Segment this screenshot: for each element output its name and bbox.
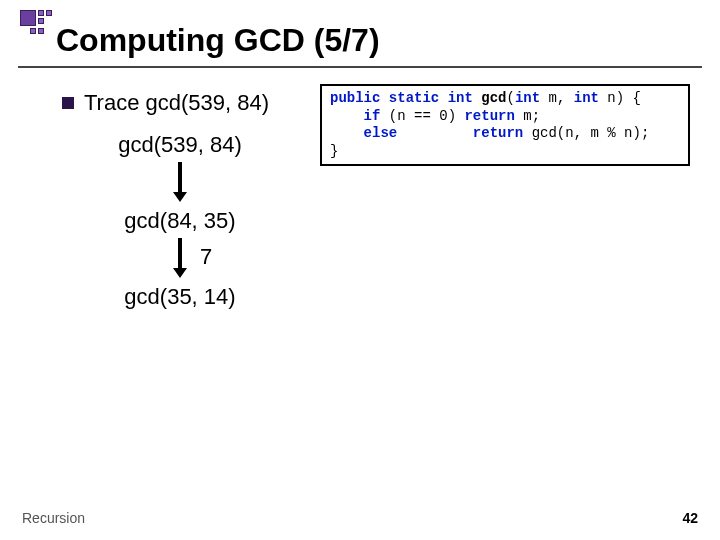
code-text: ( xyxy=(507,90,515,106)
kw-public: public xyxy=(330,90,380,106)
trace-call-0: gcd(539, 84) xyxy=(100,132,260,158)
code-text xyxy=(330,125,364,141)
arrow-1: 7 xyxy=(100,238,260,280)
kw-int: int xyxy=(574,90,599,106)
down-arrow-icon xyxy=(173,162,187,202)
kw-else: else xyxy=(364,125,398,141)
kw-return: return xyxy=(464,108,514,124)
code-text xyxy=(397,125,473,141)
slide: Computing GCD (5/7) Trace gcd(539, 84) g… xyxy=(0,0,720,540)
bullet-text: Trace gcd(539, 84) xyxy=(84,90,269,116)
slide-title: Computing GCD (5/7) xyxy=(56,22,380,59)
code-text: m, xyxy=(540,90,574,106)
footer-topic: Recursion xyxy=(22,510,85,526)
call-trace: gcd(539, 84) gcd(84, 35) 7 gcd(35, 14) xyxy=(100,132,260,310)
title-divider xyxy=(18,66,702,68)
kw-int: int xyxy=(515,90,540,106)
code-text: m; xyxy=(515,108,540,124)
trace-call-1: gcd(84, 35) xyxy=(100,208,260,234)
code-text: n) { xyxy=(599,90,641,106)
trace-result: 7 xyxy=(200,244,212,270)
kw-static: static xyxy=(389,90,439,106)
arrow-0 xyxy=(100,162,260,204)
kw-int: int xyxy=(448,90,473,106)
trace-call-2: gcd(35, 14) xyxy=(100,284,260,310)
down-arrow-icon xyxy=(173,238,187,278)
slide-body: Trace gcd(539, 84) gcd(539, 84) gcd(84, … xyxy=(0,82,720,498)
page-number: 42 xyxy=(682,510,698,526)
fn-name: gcd xyxy=(481,90,506,106)
logo-squares-icon xyxy=(20,8,54,42)
kw-return: return xyxy=(473,125,523,141)
kw-if: if xyxy=(364,108,381,124)
code-text: gcd(n, m % n); xyxy=(523,125,649,141)
code-box: public static int gcd(int m, int n) { if… xyxy=(320,84,690,166)
code-text: (n == 0) xyxy=(380,108,464,124)
bullet-row: Trace gcd(539, 84) xyxy=(62,90,269,116)
square-bullet-icon xyxy=(62,97,74,109)
code-text: } xyxy=(330,143,338,159)
code-text xyxy=(330,108,364,124)
